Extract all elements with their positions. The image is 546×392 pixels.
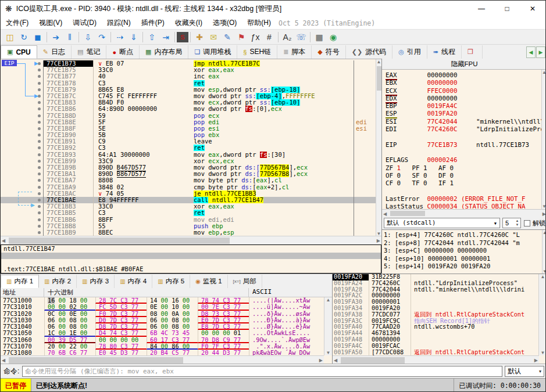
- breakpoint-dot[interactable]: [38, 192, 41, 195]
- stack-panel[interactable]: 0019FA2031B225F80019FA2477C4260Cntdll."L…: [332, 274, 546, 364]
- breakpoint-dot[interactable]: [38, 88, 41, 91]
- memory-dump-panel[interactable]: ▥内存 1▥内存 2▥内存 3▥内存 4▥内存 5◉监视 1[x=]局部 地址 …: [1, 274, 332, 364]
- stack-row[interactable]: 0019FA3C0019FC9C指向SEH_Record[1]的指针: [333, 318, 538, 325]
- breakpoint-dot[interactable]: [38, 172, 41, 175]
- disasm-row[interactable]: 77CE1B7740inc eax: [1, 73, 376, 80]
- breakpoint-dot[interactable]: [38, 114, 41, 117]
- trace-icon[interactable]: S: [177, 32, 188, 42]
- stack-row[interactable]: 0019FA2477C4260Cntdll."LdrpInitializePro…: [333, 280, 538, 287]
- menu-item-插[interactable]: 插件(P): [136, 17, 170, 29]
- breakpoint-dot[interactable]: [38, 186, 41, 189]
- stack-row[interactable]: 0019FA3000000001: [333, 299, 538, 305]
- arguments-vscrollbar[interactable]: ▲ ▼: [542, 230, 546, 274]
- breakpoint-dot[interactable]: [38, 69, 41, 71]
- settings-globe-icon[interactable]: ◉: [326, 31, 340, 44]
- breakpoint-dot[interactable]: [38, 127, 41, 130]
- trace-into-icon[interactable]: ⇢: [113, 31, 127, 44]
- tab-脚本[interactable]: ≣脚本: [277, 45, 312, 59]
- register-line[interactable]: CF 0 TF 0 IF 1: [386, 179, 541, 187]
- stack-row[interactable]: 0019FA4077CAAD20ntdll.wcstombs+70: [333, 324, 538, 330]
- dump-tab-内存 2[interactable]: ▥内存 2: [39, 275, 77, 288]
- tab-graph[interactable]: ❒: [462, 45, 483, 59]
- run-icon[interactable]: ➔: [49, 31, 63, 44]
- title-bar[interactable]: ❋ ICO提取工具.exe - PID: 3940 - 模块: ntdll.dl…: [1, 1, 545, 17]
- argument-line[interactable]: 5: [esp+14] 0019FA20 0019FA20: [384, 262, 546, 271]
- pause-icon[interactable]: ‖: [63, 31, 77, 44]
- argument-line[interactable]: 2: [esp+8] 77C42044 ntdll.77C42044 "m: [384, 239, 546, 247]
- patches-icon[interactable]: ✚: [192, 31, 206, 44]
- stack-row[interactable]: 0019FA50[77CDC088返回到 ntdll.RtlCaptureSta…: [333, 350, 538, 356]
- dump-vscrollbar[interactable]: ▲ ▼: [324, 297, 332, 355]
- registers-hscrollbar[interactable]: ◀ ▶: [382, 209, 546, 217]
- command-profile-select[interactable]: 默认 ▾: [505, 366, 544, 377]
- stack-row[interactable]: 0019FA2031B225F8: [333, 274, 538, 280]
- menu-item-文[interactable]: 文件(F): [1, 17, 34, 29]
- disasm-vscrollbar[interactable]: ▲ ▼: [376, 59, 381, 236]
- tab-笔记[interactable]: ▤笔记: [72, 45, 106, 59]
- menu-item-视[interactable]: 视图(V): [34, 17, 67, 29]
- menu-item-跟[interactable]: 跟踪(N): [102, 17, 136, 29]
- register-line[interactable]: LastStatus C0000034 (STATUS_OBJECT_NA: [386, 203, 541, 209]
- register-line[interactable]: LastError 00000002 (ERROR_FILE_NOT_F: [386, 195, 541, 203]
- register-line[interactable]: ECX FFEC0000: [386, 87, 541, 95]
- arg-count-stepper[interactable]: 5 ▲▼: [502, 218, 521, 228]
- stack-row[interactable]: 0019FA3877CDC077返回到 ntdll.RtlCaptureStac…: [333, 312, 538, 318]
- comment-icon[interactable]: ✉: [206, 31, 220, 44]
- register-line[interactable]: EDX 00000000: [386, 95, 541, 102]
- disasm-hscrollbar[interactable]: ◀ ▶: [1, 236, 381, 244]
- stack-row[interactable]: 0019FA340019FA20: [333, 305, 538, 312]
- tab-SEH链[interactable]: §SEH链: [237, 45, 277, 59]
- breakpoint-dot[interactable]: [38, 166, 41, 169]
- breakpoint-dot[interactable]: [38, 107, 41, 110]
- disasm-row[interactable]: 77CE1BA78808mov byte ptr ds:[eax],cl: [1, 177, 376, 184]
- register-line[interactable]: OF 0 SF 0 DF 0: [386, 172, 541, 179]
- tab-引用[interactable]: ◎引用: [392, 45, 427, 59]
- stack-row[interactable]: 0019FA2C00000000: [333, 293, 538, 299]
- calling-convention-select[interactable]: 默认 (stdcall) ▾: [384, 218, 500, 228]
- case-icon[interactable]: A₂: [280, 31, 294, 44]
- dump-tab-内存 4[interactable]: ▥内存 4: [115, 275, 152, 288]
- checkbox-icon[interactable]: [524, 220, 530, 226]
- register-line[interactable]: ZF 1 PF 1 AF 0: [386, 164, 541, 172]
- arguments-pane[interactable]: ▲ ▼ 1: [esp+4] 77C4260C ntdll.77C4260C "…: [382, 229, 546, 274]
- register-line[interactable]: EIP 77CE1B73 ntdll.77CE1B73: [386, 141, 541, 149]
- register-line[interactable]: [386, 133, 541, 141]
- close-button[interactable]: ✕: [520, 1, 545, 17]
- disasm-row[interactable]: 77CE1BB5C3ret: [1, 210, 376, 216]
- breakpoint-dot[interactable]: [38, 179, 41, 182]
- breakpoint-dot[interactable]: [38, 205, 41, 208]
- dump-tab-内存 5[interactable]: ▥内存 5: [152, 275, 190, 288]
- dump-tab-监视 1[interactable]: ◉监视 1: [190, 275, 227, 288]
- menu-item-帮[interactable]: 帮助(H): [242, 17, 276, 29]
- breakpoint-dot[interactable]: [38, 225, 41, 228]
- function-icon[interactable]: ƒx: [248, 31, 262, 44]
- maximize-button[interactable]: □: [494, 1, 520, 17]
- tab-源代码[interactable]: ❮❯源代码: [346, 45, 392, 59]
- handles-icon[interactable]: ☏: [294, 31, 308, 44]
- calculator-icon[interactable]: ▦: [312, 31, 326, 44]
- menu-item-调[interactable]: 调试(D): [67, 17, 102, 29]
- tab-日志[interactable]: ✎日志: [37, 45, 72, 59]
- spinner-arrows-icon[interactable]: ▲▼: [514, 219, 520, 227]
- run-to-user-code-icon[interactable]: ⇥: [159, 31, 173, 44]
- stack-hscrollbar[interactable]: ◀ ▶: [333, 355, 539, 364]
- disasm-row[interactable]: 77CE1B8664:890D 00000000mov dword ptr fs…: [1, 106, 376, 112]
- register-line[interactable]: ESI 77C42044 "minkernel\\ntdll\\: [386, 118, 541, 125]
- breakpoint-dot[interactable]: [38, 146, 41, 149]
- minimize-button[interactable]: —: [469, 1, 494, 17]
- register-line[interactable]: EAX 00000000: [386, 71, 541, 79]
- dump-hscrollbar[interactable]: ◀ ▶: [1, 355, 324, 364]
- unlock-checkbox[interactable]: 解锁: [524, 219, 545, 228]
- dump-tab-内存 3[interactable]: ▥内存 3: [77, 275, 115, 288]
- command-input[interactable]: [22, 366, 502, 377]
- tab-CPU[interactable]: ▣CPU: [1, 45, 37, 59]
- disasm-row[interactable]: 77CE1B92C3ret: [1, 145, 376, 151]
- register-line[interactable]: EDI 77C4260C "LdrpInitializePro: [386, 125, 541, 133]
- trace-over-icon[interactable]: ⇓: [127, 31, 141, 44]
- breakpoint-dot[interactable]: [38, 101, 41, 104]
- restart-icon[interactable]: ↻: [17, 31, 31, 44]
- register-line[interactable]: [386, 149, 541, 156]
- step-over-icon[interactable]: ↷: [95, 31, 109, 44]
- stack-row[interactable]: 0019FA2877C42044ntdll."minkernel\\ntdll\…: [333, 287, 538, 293]
- hash-icon[interactable]: #: [262, 31, 276, 44]
